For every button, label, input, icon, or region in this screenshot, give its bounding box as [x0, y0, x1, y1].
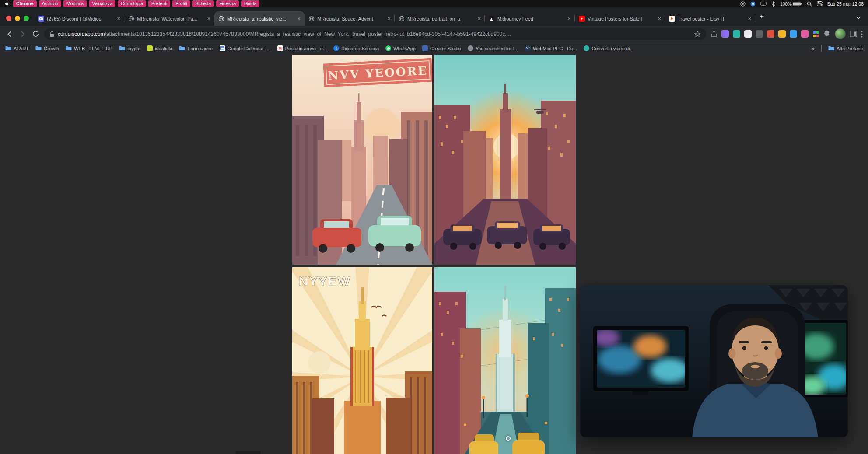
extension-icon[interactable]: [790, 30, 797, 38]
profile-avatar[interactable]: [835, 28, 846, 39]
extension-icon[interactable]: [778, 30, 786, 38]
extension-icon[interactable]: [721, 30, 729, 38]
tab-space-adventure[interactable]: MRregista_Space_Advent ×: [304, 11, 395, 26]
bookmark-facebook-profile[interactable]: fRiccardo Scrocca: [333, 45, 379, 51]
extension-icon[interactable]: [801, 30, 808, 38]
page-content: NVV YEOORE: [0, 54, 868, 454]
webmail-favicon-icon: [525, 45, 531, 51]
poster-image-bottom-left[interactable]: NYYEW: [292, 267, 432, 454]
webcam-video-frame: [580, 285, 848, 437]
bookmark-you-searched[interactable]: You searched for I...: [468, 45, 518, 51]
poster-image-top-left[interactable]: NVV YEOORE: [292, 55, 432, 265]
display-icon[interactable]: [760, 1, 766, 7]
side-panel-icon[interactable]: [850, 31, 857, 37]
poster-image-top-right[interactable]: [434, 55, 576, 265]
minimize-window-button[interactable]: [15, 16, 20, 21]
reload-button[interactable]: [32, 30, 40, 38]
bookmark-folder-formazione[interactable]: Formazione: [179, 46, 213, 51]
bookmark-label: idealista: [155, 46, 172, 51]
bookmark-label: Growth: [44, 46, 59, 51]
tab-midjourney-feed[interactable]: Midjourney Feed ×: [485, 11, 575, 26]
tab-portrait[interactable]: MRregista_portrait_on_a_ ×: [395, 11, 485, 26]
tab-close-icon[interactable]: ×: [658, 16, 661, 21]
poster-image-bottom-right[interactable]: [434, 267, 576, 454]
address-bar[interactable]: cdn.discordapp.com/attachments/101351233…: [44, 28, 706, 40]
bookmark-folder-web-level-up[interactable]: WEB - LEVEL-UP: [66, 46, 112, 51]
share-icon[interactable]: [710, 31, 718, 38]
tab-close-icon[interactable]: ×: [117, 16, 120, 21]
tab-close-icon[interactable]: ×: [297, 16, 301, 21]
bookmark-folder-growth[interactable]: Growth: [35, 46, 59, 51]
menu-item-scheda[interactable]: Scheda: [192, 0, 214, 7]
bookmark-folder-ai-art[interactable]: AI ART: [5, 46, 29, 51]
zoom-window-button[interactable]: [24, 16, 29, 21]
bookmark-folder-crypto[interactable]: crypto: [119, 46, 140, 51]
tab-close-icon[interactable]: ×: [387, 16, 391, 21]
bookmark-converti-video[interactable]: Converti i video di...: [584, 45, 634, 51]
toolbar-right-icons: [710, 28, 863, 39]
forward-button[interactable]: [18, 30, 27, 38]
folder-icon: [66, 46, 72, 51]
kebab-menu-icon[interactable]: [861, 31, 863, 38]
menu-item-cronologia[interactable]: Cronologia: [118, 0, 146, 7]
tab-close-icon[interactable]: ×: [207, 16, 210, 21]
back-button[interactable]: [5, 30, 14, 38]
lock-icon: [49, 31, 54, 37]
url-text: cdn.discordapp.com/attachments/101351233…: [58, 31, 690, 37]
bookmark-star-icon[interactable]: [694, 31, 701, 38]
bluetooth-icon[interactable]: [771, 1, 775, 7]
mouse-cursor: [506, 436, 511, 441]
close-window-button[interactable]: [6, 16, 11, 21]
menu-item-visualizza[interactable]: Visualizza: [89, 0, 116, 7]
etsy-favicon-icon: E: [669, 16, 675, 22]
folder-icon: [5, 46, 11, 51]
apps-grid-icon[interactable]: [812, 31, 819, 38]
bookmark-whatsapp[interactable]: WhatsApp: [385, 45, 416, 51]
window-controls: [6, 16, 29, 21]
menu-item-guida[interactable]: Guida: [241, 0, 259, 7]
extension-icon[interactable]: [744, 30, 752, 38]
tab-realistic-view-active[interactable]: MRregista_a_realistic_vie... ×: [214, 11, 304, 26]
menu-item-profili[interactable]: Profili: [172, 0, 190, 7]
extension-icon[interactable]: [756, 30, 763, 38]
tab-etsy[interactable]: E Travel poster - Etsy IT ×: [665, 11, 755, 26]
menu-item-archivio[interactable]: Archivio: [39, 0, 61, 7]
other-favorites-folder[interactable]: Altri Preferiti: [828, 46, 863, 51]
new-tab-button[interactable]: +: [760, 14, 764, 20]
midjourney-image-grid[interactable]: NVV YEOORE: [292, 55, 576, 454]
tab-discord[interactable]: (2765) Discord | @Midjou ×: [34, 11, 124, 26]
url-path: /attachments/1013512335442333816/1089142…: [105, 31, 511, 37]
menu-item-modifica[interactable]: Modifica: [63, 0, 87, 7]
tab-watercolor[interactable]: MRregista_Watercolor_Pa... ×: [124, 11, 214, 26]
bookmark-webmail-pec[interactable]: WebMail PEC - De...: [525, 45, 577, 51]
bookmark-label: Posta in arrivo - ri...: [285, 46, 327, 51]
camera-status-icon[interactable]: [750, 1, 756, 7]
tab-search-chevron-icon[interactable]: [856, 16, 861, 20]
record-icon[interactable]: [740, 1, 746, 7]
bookmark-label: Riccardo Scrocca: [341, 46, 379, 51]
tab-close-icon[interactable]: ×: [477, 16, 481, 21]
menu-item-chrome[interactable]: Chrome: [13, 0, 37, 7]
tab-youtube-vintage-posters[interactable]: Vintage Posters for Sale | ×: [575, 11, 665, 26]
bookmark-creator-studio[interactable]: Creator Studio: [422, 45, 461, 51]
control-center-icon[interactable]: [817, 1, 822, 6]
bookmarks-overflow-chevron[interactable]: »: [812, 45, 815, 52]
tab-title: Vintage Posters for Sale |: [588, 16, 655, 21]
extension-icon[interactable]: [733, 30, 740, 38]
spotlight-icon[interactable]: [807, 1, 812, 7]
extension-icon[interactable]: [767, 30, 774, 38]
apple-logo-icon[interactable]: [4, 1, 9, 6]
menu-item-finestra[interactable]: Finestra: [216, 0, 239, 7]
bookmark-gmail-inbox[interactable]: MPosta in arrivo - ri...: [277, 45, 327, 51]
menu-item-preferiti[interactable]: Preferiti: [148, 0, 170, 7]
bookmark-label: Altri Preferiti: [836, 46, 863, 51]
bookmark-idealista[interactable]: idealista: [147, 45, 172, 51]
tab-close-icon[interactable]: ×: [748, 16, 751, 21]
macos-menu-bar: Chrome Archivio Modifica Visualizza Cron…: [0, 0, 868, 7]
battery-indicator[interactable]: 100%: [780, 1, 802, 7]
extensions-puzzle-icon[interactable]: [823, 30, 831, 38]
midjourney-favicon-icon: [489, 16, 495, 22]
menu-clock[interactable]: Sab 25 mar 12:08: [827, 1, 864, 7]
tab-close-icon[interactable]: ×: [567, 16, 571, 21]
bookmark-google-calendar[interactable]: Google Calendar -...: [220, 45, 271, 51]
